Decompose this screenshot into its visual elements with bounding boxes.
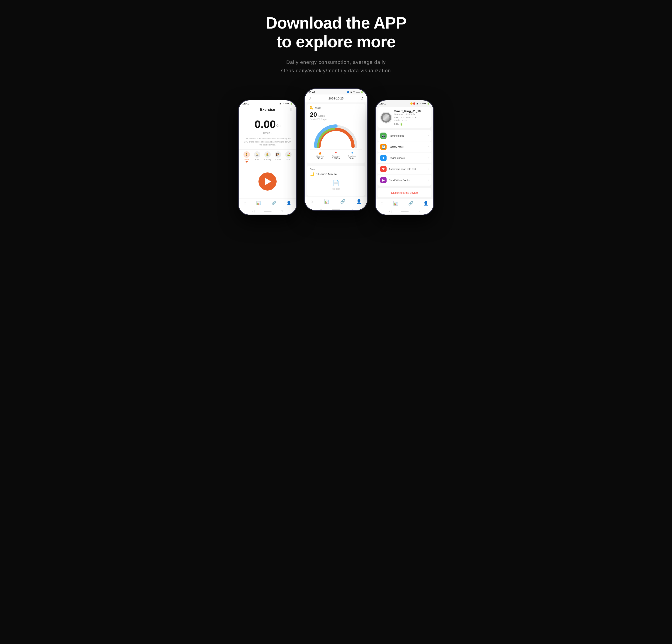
sleep-value-text: 0 Hour 0 Minute [316, 172, 337, 176]
chevron-icon-5: › [428, 179, 429, 181]
hero-title: Download the APP to explore more [265, 14, 406, 51]
chevron-icon-3: › [428, 157, 429, 159]
back-gesture: ◁ [252, 210, 254, 213]
golf-icon: ⛳ [285, 151, 291, 158]
gesture-bar-phone1: ◁ □ [239, 208, 296, 215]
climb-icon: 🧗 [275, 151, 281, 158]
distance-label-card: Distance [332, 155, 340, 157]
share-icon[interactable]: ↗ [309, 96, 312, 101]
nav-home-icon[interactable]: ⌂ [244, 201, 246, 206]
play-button[interactable] [259, 172, 277, 191]
back-gesture-p2: ◁ [320, 208, 322, 210]
exercise-settings-icon[interactable]: ⏸ [289, 107, 293, 112]
walk-steps-value: 20 [310, 111, 317, 118]
settings-item-heart-rate[interactable]: ❤ Automatic heart rate test › [377, 163, 431, 174]
remote-selfie-icon: 📷 [380, 133, 386, 139]
home-indicator-p3 [400, 211, 409, 212]
duration-icon: ⏱ [350, 151, 353, 155]
nav-apps-icon[interactable]: 🔗 [272, 201, 276, 206]
back-gesture-p3: ◁ [389, 210, 391, 213]
run-icon: 🏃 [254, 151, 260, 158]
walk-header: 🦶 Walk [310, 106, 362, 110]
battery-row: 68% 🔋 [394, 123, 429, 126]
exercise-title: Exercise [260, 108, 275, 112]
walk-card-label: Walk [315, 107, 321, 109]
walk-metrics: 🔥 Calories 0Kcal 📍 Distance 0.01Km ⏱ Dur… [310, 149, 362, 161]
settings-list: 📷 Remote selfie › 🔄 Factory reset › ⬆ De… [377, 130, 431, 185]
distance-value-card: 0.01Km [332, 157, 340, 160]
distance-value: 0.00 [255, 118, 276, 130]
tab-golf[interactable]: ⛳ Golf [285, 151, 291, 163]
device-info: Smart_Ring_01_18 Sync data: 10-25 10:14 … [394, 109, 429, 126]
recents-gesture-p2: □ [351, 208, 352, 210]
short-video-label: Short Video Control [389, 179, 426, 182]
settings-item-remote-selfie[interactable]: 📷 Remote selfie › [377, 130, 431, 141]
time-phone2: 13:40 [309, 91, 315, 94]
cycling-label: Cycling [264, 158, 271, 161]
settings-item-factory-reset[interactable]: 🔄 Factory reset › [377, 142, 431, 152]
nav-apps-icon-p2[interactable]: 🔗 [340, 199, 345, 204]
chevron-icon-2: › [428, 145, 429, 148]
walk-icon-card: 🦶 [310, 106, 314, 110]
nav-profile-icon[interactable]: 👤 [286, 201, 291, 206]
nav-profile-icon-p3[interactable]: 👤 [423, 201, 428, 206]
gesture-bar-phone3: ◁ □ [376, 208, 433, 215]
factory-reset-label: Factory reset [389, 145, 426, 148]
distance-metric: 📍 Distance 0.01Km [332, 151, 340, 160]
calories-label: Calories [316, 155, 324, 157]
duration-metric: ⏱ Duration 00:01 [348, 151, 356, 160]
nodata-container: 📄 No data [310, 176, 362, 194]
times-label: Times 0 [239, 131, 296, 135]
nodata-text: No data [332, 187, 340, 190]
recents-gesture: □ [281, 210, 283, 213]
nav-home-icon-p2[interactable]: ⌂ [311, 199, 313, 204]
activity-header: ↗ 2024-10-25 ↺ [305, 95, 367, 102]
device-sync: Sync data: 10-25 10:14 [394, 113, 429, 116]
tab-climb[interactable]: 🧗 Climb [275, 151, 281, 163]
disconnect-label: Disconnect the device [391, 191, 418, 194]
short-video-icon: ▶ [380, 177, 386, 183]
climb-label: Climb [275, 158, 281, 161]
sleep-value-row: 🌙 0 Hour 0 Minute [310, 172, 362, 176]
recents-gesture-p3: □ [418, 210, 419, 213]
nav-activity-icon-p2[interactable]: 📊 [324, 199, 329, 204]
device-card: Smart_Ring_01_18 Sync data: 10-25 10:14 … [377, 107, 431, 128]
home-indicator [264, 211, 272, 212]
device-update-label: Device update [389, 157, 426, 159]
home-indicator-p2 [332, 209, 340, 210]
bottom-nav-phone1: ⌂ 📊 🔗 👤 [239, 198, 296, 208]
nav-activity-icon[interactable]: 📊 [256, 201, 261, 206]
status-icons-phone3: 🟡🔴 ▣ ᵀ⁶ ▪▪▪▪ 🔋 [410, 102, 430, 105]
phones-container: 13:41 ▣ ᵀ⁶ ▪▪▪▪ 🔋 Exercise ⏸ 0.00Km Time… [238, 93, 434, 215]
nav-home-icon-p3[interactable]: ⌂ [381, 201, 383, 206]
battery-icon: 🔋 [400, 123, 403, 126]
play-button-container [239, 165, 296, 199]
sleep-moon-icon: 🌙 [310, 172, 314, 176]
sleep-card: Sleep 🌙 0 Hour 0 Minute 📄 No data [307, 166, 365, 196]
refresh-icon[interactable]: ↺ [360, 96, 363, 101]
nav-apps-icon-p3[interactable]: 🔗 [408, 201, 413, 206]
tab-cycling[interactable]: 🚴 Cycling [264, 151, 271, 163]
walk-label: Walk [244, 158, 249, 161]
calories-value: 0Kcal [316, 157, 324, 160]
disconnect-button[interactable]: Disconnect the device [377, 188, 431, 197]
device-update-icon: ⬆ [380, 155, 386, 161]
sleep-label: Sleep [310, 168, 362, 171]
time-phone1: 13:41 [242, 102, 249, 105]
nav-profile-icon-p2[interactable]: 👤 [357, 199, 361, 204]
nodata-icon: 📄 [333, 180, 339, 186]
gesture-bar-phone2: ◁ □ [305, 207, 367, 210]
settings-item-short-video[interactable]: ▶ Short Video Control › [377, 175, 431, 185]
battery-percent: 68% [394, 123, 399, 125]
calories-icon: 🔥 [318, 151, 322, 155]
settings-item-device-update[interactable]: ⬆ Device update › [377, 153, 431, 163]
tab-walk[interactable]: 🚶 Walk [243, 151, 250, 163]
walk-icon: 🚶 [243, 151, 250, 158]
calories-metric: 🔥 Calories 0Kcal [316, 151, 324, 160]
arc-chart [310, 121, 362, 148]
tab-run[interactable]: 🏃 Run [254, 151, 260, 163]
status-bar-phone3: 13:41 🟡🔴 ▣ ᵀ⁶ ▪▪▪▪ 🔋 [376, 100, 433, 106]
run-label: Run [255, 158, 259, 161]
nav-activity-icon-p3[interactable]: 📊 [393, 201, 398, 206]
status-icons-phone1: ▣ ᵀ⁶ ▪▪▪▪ 🔋 [279, 102, 293, 105]
